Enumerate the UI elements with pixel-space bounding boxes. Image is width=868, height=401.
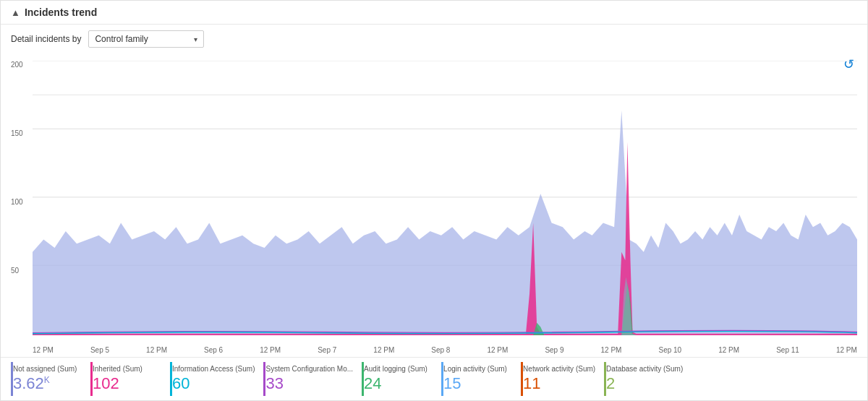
x-label-sep6: Sep 6 [204,346,223,354]
toolbar: Detail incidents by Control family ▾ [1,25,867,53]
x-label-3: 12 PM [373,346,394,354]
x-label-sep7: Sep 7 [318,346,336,354]
chart-svg [33,61,857,335]
legend-item-4: Audit logging (Sum)24 [362,362,441,396]
legend-value-1: 102 [93,374,119,393]
legend-item-7: Database activity (Sum)2 [604,362,692,396]
y-axis: 200 150 100 50 [11,61,23,335]
legend-item-6: Network activity (Sum)11 [521,362,604,396]
legend-name-5: Login activity (Sum) [443,365,507,373]
y-label-50: 50 [11,267,23,275]
legend-value-7: 2 [606,374,615,393]
y-label-200: 200 [11,61,23,69]
legend-name-3: System Configuration Mo... [265,365,353,373]
x-label-7: 12 PM [836,346,857,354]
x-label-sep10: Sep 10 [658,346,681,354]
legend-item-5: Login activity (Sum)15 [441,362,521,396]
legend-name-0: Not assigned (Sum) [13,365,77,373]
legend-item-0: Not assigned (Sum)3.62K [11,362,90,396]
legend-value-0: 3.62K [13,374,50,393]
legend-item-2: Information Access (Sum)60 [170,362,263,396]
not-assigned-area [33,111,857,335]
x-label-5: 12 PM [601,346,622,354]
collapse-icon[interactable]: ▲ [11,7,20,18]
legend-value-4: 24 [364,374,381,393]
legend-item-1: Inherited (Sum)102 [90,362,170,396]
chart-area: ↺ 200 150 100 50 [1,53,867,357]
incidents-trend-panel: ▲ Incidents trend Detail incidents by Co… [0,0,868,401]
control-family-dropdown[interactable]: Control family ▾ [88,30,204,48]
x-label-sep8: Sep 8 [431,346,450,354]
legend-name-6: Network activity (Sum) [523,365,595,373]
legend-item-3: System Configuration Mo...33 [263,362,362,396]
detail-by-label: Detail incidents by [11,34,81,44]
legend-name-1: Inherited (Sum) [93,365,142,373]
x-label-sep5: Sep 5 [90,346,109,354]
x-axis: 12 PM Sep 5 12 PM Sep 6 12 PM Sep 7 12 P… [33,346,857,354]
x-label-1: 12 PM [146,346,167,354]
x-label-2: 12 PM [260,346,281,354]
x-label-0: 12 PM [33,346,54,354]
legend-name-7: Database activity (Sum) [606,365,683,373]
legend-value-3: 33 [265,374,283,393]
y-label-100: 100 [11,198,23,206]
dropdown-value: Control family [95,34,148,44]
chevron-down-icon: ▾ [194,35,197,43]
chart-svg-container [33,61,857,335]
y-label-150: 150 [11,129,23,137]
legend-value-6: 11 [523,374,540,393]
legend-value-5: 15 [443,374,461,393]
x-label-sep11: Sep 11 [776,346,799,354]
legend-area: Not assigned (Sum)3.62KInherited (Sum)10… [1,357,867,400]
x-label-sep9: Sep 9 [545,346,563,354]
x-label-4: 12 PM [487,346,508,354]
legend-value-2: 60 [172,374,190,393]
legend-name-4: Audit logging (Sum) [364,365,427,373]
panel-header: ▲ Incidents trend [1,1,867,25]
legend-name-2: Information Access (Sum) [172,365,255,373]
x-label-6: 12 PM [718,346,739,354]
panel-title: Incidents trend [25,7,97,18]
